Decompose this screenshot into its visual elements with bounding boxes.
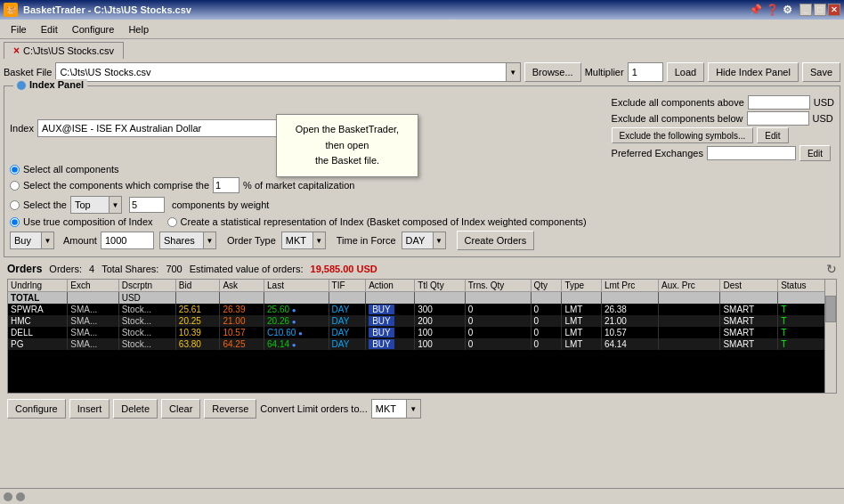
amount-label: Amount bbox=[63, 235, 97, 246]
tif-dropdown-arrow[interactable]: ▼ bbox=[434, 232, 446, 249]
menu-edit[interactable]: Edit bbox=[34, 22, 65, 37]
exclude-above-input[interactable] bbox=[748, 95, 810, 110]
top-dropdown-arrow[interactable]: ▼ bbox=[110, 196, 122, 214]
radio-true-comp-label: Use true composition of Index bbox=[23, 216, 153, 227]
title-bar: 🧺 BasketTrader - C:\Jts\US Stocks.csv 📌 … bbox=[0, 0, 844, 20]
table-row-total[interactable]: TOTAL USD bbox=[8, 292, 827, 305]
orders-shares-value: 700 bbox=[166, 264, 182, 274]
close-button[interactable]: ✕ bbox=[828, 4, 840, 16]
index-combo[interactable]: AUX@ISE - ISE FX Australian Dollar ▼ bbox=[37, 119, 304, 137]
pref-edit-button[interactable]: Edit bbox=[799, 145, 831, 161]
basket-file-label: Basket File bbox=[4, 67, 52, 77]
top-value: Top bbox=[70, 196, 110, 214]
multiplier-input[interactable] bbox=[628, 62, 663, 82]
refresh-icon[interactable]: ↻ bbox=[826, 262, 837, 276]
pg-undrlng: PG bbox=[8, 338, 68, 350]
bottom-toolbar: Configure Insert Delete Clear Reverse Co… bbox=[4, 395, 840, 422]
radio-select-top[interactable] bbox=[10, 200, 20, 210]
col-dscrptn: Dscrptn bbox=[118, 280, 175, 292]
create-orders-button[interactable]: Create Orders bbox=[457, 231, 535, 250]
table-row-empty bbox=[8, 364, 827, 378]
load-button[interactable]: Load bbox=[667, 62, 704, 82]
table-row[interactable]: SPWRA SMA... Stock... 25.61 26.39 25.60 … bbox=[8, 304, 827, 315]
orders-count-label: Orders: bbox=[49, 264, 82, 274]
hide-index-button[interactable]: Hide Index Panel bbox=[708, 62, 799, 82]
radio-select-all-label: Select all components bbox=[23, 164, 119, 175]
menu-help[interactable]: Help bbox=[121, 22, 156, 37]
col-exch: Exch bbox=[68, 280, 118, 292]
menu-configure[interactable]: Configure bbox=[65, 22, 122, 37]
tooltip-line1: Open the BasketTrader, bbox=[296, 124, 399, 134]
order-type-dropdown-arrow[interactable]: ▼ bbox=[313, 232, 326, 249]
reverse-button[interactable]: Reverse bbox=[204, 399, 256, 419]
convert-dropdown: MKT ▼ bbox=[371, 399, 421, 419]
delete-button[interactable]: Delete bbox=[113, 399, 158, 419]
orders-shares-label: Total Shares: bbox=[101, 264, 158, 274]
configure-button[interactable]: Configure bbox=[7, 399, 66, 419]
index-label: Index bbox=[10, 123, 34, 134]
dell-undrlng: DELL bbox=[8, 327, 68, 338]
col-tif: TIF bbox=[329, 280, 366, 292]
pref-exchanges-label: Preferred Exchanges bbox=[612, 148, 703, 159]
panel-indicator-icon bbox=[17, 81, 26, 90]
table-row-empty bbox=[8, 350, 827, 364]
orders-estimated-label: Estimated value of orders: bbox=[190, 264, 304, 274]
status-indicator bbox=[4, 492, 12, 501]
col-trns-qty: Trns. Qty bbox=[465, 280, 531, 292]
unit-dropdown-arrow[interactable]: ▼ bbox=[204, 232, 216, 249]
convert-label: Convert Limit orders to... bbox=[260, 403, 367, 414]
scrollbar-vertical[interactable] bbox=[824, 279, 837, 394]
exclude-symbols-row: Exclude the following symbols... Edit bbox=[612, 127, 834, 143]
radio-select-top-suffix: components by weight bbox=[172, 199, 269, 210]
hmc-undrlng: HMC bbox=[8, 315, 68, 327]
side-dropdown-arrow[interactable]: ▼ bbox=[42, 232, 54, 249]
maximize-button[interactable]: □ bbox=[814, 4, 826, 16]
minimize-button[interactable]: _ bbox=[799, 4, 812, 16]
app-icon: 🧺 bbox=[4, 3, 18, 17]
exclude-below-input[interactable] bbox=[747, 111, 809, 126]
tooltip-line3: the Basket file. bbox=[315, 155, 379, 166]
tab-close-icon[interactable]: × bbox=[13, 45, 20, 57]
exclude-symbols-button[interactable]: Exclude the following symbols... bbox=[612, 127, 754, 143]
order-type-dropdown: MKT ▼ bbox=[281, 232, 326, 249]
top-count-input[interactable] bbox=[129, 197, 165, 213]
settings-icon: ⚙ bbox=[783, 4, 792, 16]
orders-estimated-value: 19,585.00 USD bbox=[311, 264, 377, 274]
tif-label: Time in Force bbox=[337, 235, 396, 246]
radio-stat-rep[interactable] bbox=[167, 217, 177, 227]
amount-input[interactable] bbox=[101, 232, 154, 249]
side-dropdown: Buy ▼ bbox=[10, 232, 54, 249]
tab-bar: × C:\Jts\US Stocks.csv bbox=[0, 39, 844, 59]
basket-file-dropdown-arrow[interactable]: ▼ bbox=[506, 63, 520, 81]
radio-true-comp[interactable] bbox=[10, 217, 20, 227]
exclude-below-label: Exclude all components below bbox=[612, 113, 743, 124]
table-row[interactable]: DELL SMA... Stock... 10.39 10.57 C10.60 … bbox=[8, 327, 827, 338]
table-row[interactable]: PG SMA... Stock... 63.80 64.25 64.14 ● D… bbox=[8, 338, 827, 350]
tab-us-stocks[interactable]: × C:\Jts\US Stocks.csv bbox=[4, 42, 124, 59]
radio-select-all[interactable] bbox=[10, 165, 20, 175]
menu-file[interactable]: File bbox=[4, 22, 34, 37]
radio-select-pct[interactable] bbox=[10, 181, 20, 191]
col-undrlng: Undrlng bbox=[8, 280, 68, 292]
pref-exchanges-input[interactable] bbox=[707, 146, 796, 160]
col-bid: Bid bbox=[175, 280, 220, 292]
insert-button[interactable]: Insert bbox=[69, 399, 110, 419]
pct-input[interactable] bbox=[213, 177, 239, 193]
basket-file-combo[interactable]: C:\Jts\US Stocks.csv ▼ bbox=[55, 62, 520, 82]
convert-value: MKT bbox=[371, 399, 407, 419]
clear-button[interactable]: Clear bbox=[161, 399, 200, 419]
tif-value: DAY bbox=[402, 232, 434, 249]
side-value: Buy bbox=[10, 232, 42, 249]
col-ttl-qty: Ttl Qty bbox=[415, 280, 465, 292]
tooltip-line2: then open bbox=[326, 140, 369, 150]
total-undrlng: TOTAL bbox=[8, 292, 68, 305]
browse-button[interactable]: Browse... bbox=[524, 62, 581, 82]
exclude-above-unit: USD bbox=[814, 97, 834, 108]
convert-dropdown-arrow[interactable]: ▼ bbox=[407, 399, 421, 419]
status-indicator2 bbox=[16, 492, 25, 501]
table-row[interactable]: HMC SMA... Stock... 20.25 21.00 20.26 ● … bbox=[8, 315, 827, 327]
save-button[interactable]: Save bbox=[802, 62, 840, 82]
radio-select-pct-label: Select the components which comprise the bbox=[23, 180, 209, 191]
table-header-row: Undrlng Exch Dscrptn Bid Ask Last TIF Ac… bbox=[8, 280, 827, 292]
exclude-edit-button[interactable]: Edit bbox=[757, 127, 788, 143]
